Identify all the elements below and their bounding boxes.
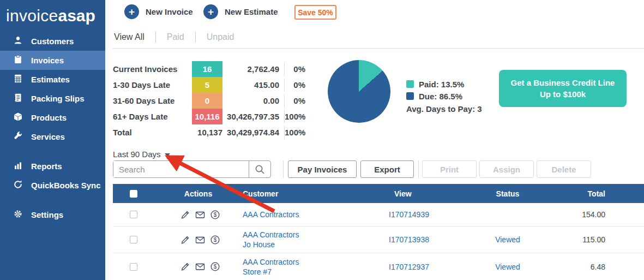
payment-icon[interactable]: $ [210,261,220,272]
row-actions: $ [154,261,243,272]
sidebar-item-label: Estimates [31,75,70,84]
total-cell: 115.00 [535,235,644,244]
summary-label: Current Invoices [113,64,192,74]
controls-divider [418,160,419,178]
table-row: $ AAA Contractors I170714939 154.00 [113,203,644,227]
search-input[interactable] [113,161,249,177]
sidebar-item-label: Customers [31,37,74,46]
invoice-view-link[interactable]: I170714939 [389,210,480,219]
total-cell: 6.48 [535,263,644,271]
sidebar-item-label: Packing Slips [31,94,85,103]
tab-paid[interactable]: Paid [166,32,185,42]
logo-bold-text: asap [58,7,95,25]
header-customer: Customer [243,189,389,198]
table-row: $ AAA Contractors Jo House I170713938 Vi… [113,227,644,253]
sidebar-item-customers[interactable]: Customers [0,32,105,51]
pay-invoices-button[interactable]: Pay Invoices [288,160,357,178]
logo-light-text: invoice [6,7,58,25]
bar-chart-icon [13,160,23,172]
invoice-summary: Current Invoices 16 2,762.49 0% 1-30 Day… [113,61,305,140]
pie-legend: Paid: 13.5% Due: 86.5% Avg. Days to Pay:… [406,78,482,114]
sidebar-item-products[interactable]: Products [0,108,105,127]
svg-text:$: $ [214,264,217,270]
search-button[interactable] [249,161,270,177]
invoice-view-link[interactable]: I170712937 [389,263,480,271]
gear-icon [13,209,23,221]
tab-unpaid[interactable]: Unpaid [206,32,236,42]
summary-row-61-plus: 61+ Days Late 10,116 30,426,797.35 100% [113,109,305,124]
business-credit-line-button[interactable]: Get a Business Credit Line Up to $100k [499,70,627,107]
chevron-down-icon [165,153,170,157]
sidebar-item-label: Reports [31,162,62,171]
tab-view-all[interactable]: View All [113,32,146,42]
sidebar-item-label: QuickBooks Sync [31,181,101,190]
controls-divider [283,160,284,178]
legend-label: Paid: 13.5% [419,80,464,89]
view-tabs: View All Paid Unpaid [113,32,235,43]
payment-icon[interactable]: $ [210,210,220,220]
summary-amount: 415.00 [222,80,279,90]
credit-line-text-1: Get a Business Credit Line [511,77,615,88]
email-icon[interactable] [195,261,206,272]
row-actions: $ [154,210,243,220]
sidebar-item-quickbooks-sync[interactable]: QuickBooks Sync [0,176,105,195]
sidebar-item-packing-slips[interactable]: Packing Slips [0,89,105,108]
header-view: View [389,189,480,198]
select-all-checkbox[interactable] [130,190,137,198]
total-cell: 154.00 [535,210,644,219]
customer-cell: AAA Contractors Jo House [243,230,389,249]
plus-icon: + [124,4,139,19]
sidebar-item-estimates[interactable]: Estimates [0,70,105,89]
customer-link[interactable]: AAA Contractors [243,210,389,219]
sidebar-item-reports[interactable]: Reports [0,157,105,176]
search-box [113,160,271,178]
email-icon[interactable] [195,210,206,220]
row-checkbox[interactable] [130,211,137,218]
legend-swatch-due [406,92,414,100]
status-cell[interactable]: Viewed [480,235,535,244]
row-checkbox[interactable] [130,236,137,243]
sidebar-item-settings[interactable]: Settings [0,205,105,224]
svg-text:$: $ [214,237,217,243]
app-logo: invoiceasap [0,0,105,25]
new-invoice-button[interactable]: + New Invoice [124,4,193,19]
paid-due-pie-chart [328,60,390,123]
save-50-button[interactable]: Save 50% [294,5,336,20]
edit-icon[interactable] [180,210,190,220]
new-estimate-button[interactable]: + New Estimate [203,4,278,19]
count-badge: 16 [192,61,222,77]
assign-button[interactable]: Assign [479,160,534,178]
email-icon[interactable] [195,235,206,245]
nav-spacer [0,195,105,205]
export-button[interactable]: Export [360,160,414,178]
summary-percent: 100% [285,112,305,121]
count-badge: 10,116 [192,109,222,124]
edit-icon[interactable] [180,261,190,272]
controls-row: Pay Invoices Export Print Assign Delete [113,160,644,178]
summary-row-31-60: 31-60 Days Late 0 0.00 0% [113,93,305,109]
sidebar-item-services[interactable]: Services [0,127,105,146]
summary-row-total: Total 10,137 30,429,974.84 100% [113,124,305,140]
customer-link[interactable]: AAA Contractors [243,257,389,267]
date-range-dropdown[interactable]: Last 90 Days [113,150,170,159]
customer-link-line2[interactable]: Jo House [243,240,389,249]
edit-icon[interactable] [180,235,190,245]
summary-percent: 0% [285,96,305,105]
delete-button[interactable]: Delete [537,160,591,178]
nav-spacer [0,146,105,157]
table-header: Actions Customer View Status Total [113,184,644,203]
invoice-view-link[interactable]: I170713938 [389,235,480,244]
row-checkbox[interactable] [130,263,137,271]
print-button[interactable]: Print [422,160,477,178]
main-content: + New Invoice + New Estimate Save 50% Vi… [105,0,644,280]
cube-icon [13,112,23,123]
sidebar-item-invoices[interactable]: Invoices [0,51,105,70]
customer-link-line2[interactable]: Store #7 [243,267,389,277]
payment-icon[interactable]: $ [210,235,220,245]
summary-amount: 2,762.49 [222,64,279,74]
status-cell[interactable]: Viewed [480,263,535,271]
clipboard-icon [13,55,23,66]
customer-link[interactable]: AAA Contractors [243,230,389,240]
header-actions: Actions [154,189,243,198]
summary-label: 1-30 Days Late [113,80,192,90]
